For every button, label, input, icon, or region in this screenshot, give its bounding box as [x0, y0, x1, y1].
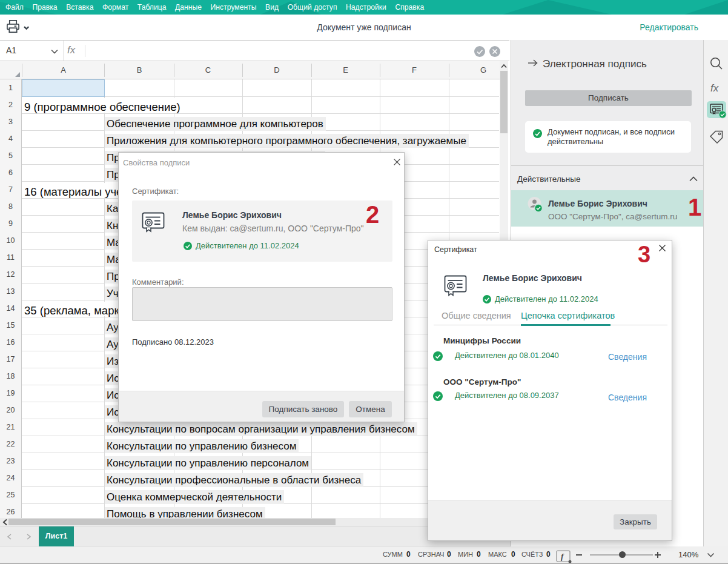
svg-text:f: f [561, 552, 564, 561]
